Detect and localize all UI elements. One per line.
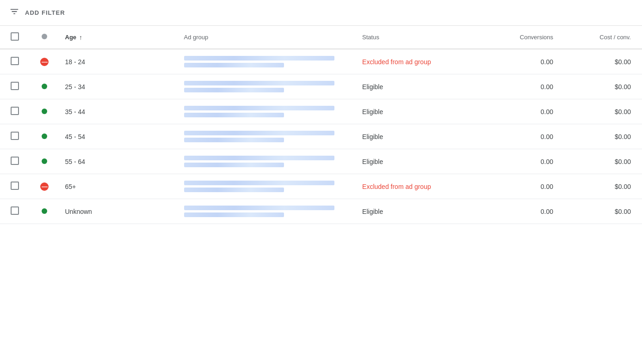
blurred-bar-top [184, 106, 334, 110]
row-adgroup-cell [179, 49, 357, 74]
ad-group-blurred [184, 206, 352, 217]
row-checkbox-cell [0, 74, 30, 99]
row-status-cell: Eligible [357, 99, 475, 124]
row-cost-conv-cell: $0.00 [559, 49, 642, 74]
blurred-bar-bottom [184, 212, 284, 217]
row-age-cell: 25 - 34 [60, 74, 179, 99]
age-value: 55 - 64 [65, 158, 86, 165]
header-adgroup-col[interactable]: Ad group [179, 26, 357, 49]
row-status-cell: Excluded from ad group [357, 49, 475, 74]
cost-conv-value: $0.00 [615, 208, 631, 215]
row-checkbox-cell [0, 149, 30, 174]
row-status-cell: Eligible [357, 124, 475, 149]
row-conversions-cell: 0.00 [475, 149, 559, 174]
status-label: Eligible [362, 108, 383, 115]
table-row: 35 - 44 Eligible 0.00 $0.00 [0, 99, 642, 124]
blurred-bar-top [184, 56, 334, 61]
cost-conv-value: $0.00 [615, 133, 631, 140]
row-age-cell: 45 - 54 [60, 124, 179, 149]
eligible-dot-icon [42, 84, 47, 89]
row-status-cell: Excluded from ad group [357, 174, 475, 199]
table-row: 25 - 34 Eligible 0.00 $0.00 [0, 74, 642, 99]
row-cost-conv-cell: $0.00 [559, 99, 642, 124]
age-table: Age ↑ Ad group Status Conversions Cost /… [0, 26, 642, 224]
header-status-icon-col [30, 26, 59, 49]
row-adgroup-cell [179, 74, 357, 99]
blurred-bar-bottom [184, 163, 284, 167]
header-cost-conv-col[interactable]: Cost / conv. [559, 26, 642, 49]
row-status-cell: Eligible [357, 199, 475, 224]
header-status-col[interactable]: Status [357, 26, 475, 49]
eligible-dot-icon [42, 133, 47, 139]
row-conversions-cell: 0.00 [475, 199, 559, 224]
cost-conv-value: $0.00 [615, 108, 631, 115]
eligible-dot-icon [42, 208, 47, 214]
select-all-checkbox[interactable] [11, 32, 19, 41]
excluded-icon: — [40, 182, 49, 191]
conversions-value: 0.00 [541, 83, 553, 91]
status-label: Excluded from ad group [362, 183, 431, 190]
row-conversions-cell: 0.00 [475, 174, 559, 199]
cost-conv-value: $0.00 [615, 58, 631, 66]
eligible-dot-icon [42, 158, 47, 164]
ad-group-blurred [184, 181, 352, 192]
table-row: — 18 - 24 Excluded from ad group 0.00 $0… [0, 49, 642, 74]
conversions-value: 0.00 [541, 108, 553, 115]
row-adgroup-cell [179, 124, 357, 149]
age-column-label: Age [65, 34, 77, 41]
row-checkbox-cell [0, 199, 30, 224]
ad-group-blurred [184, 81, 352, 92]
row-checkbox[interactable] [11, 157, 19, 165]
blurred-bar-bottom [184, 88, 284, 92]
ad-group-blurred [184, 106, 352, 117]
row-checkbox-cell [0, 124, 30, 149]
age-value: 25 - 34 [65, 83, 86, 91]
row-checkbox[interactable] [11, 206, 19, 215]
add-filter-label[interactable]: ADD FILTER [25, 9, 65, 16]
header-age-col[interactable]: Age ↑ [60, 26, 179, 49]
sort-ascending-icon: ↑ [79, 34, 82, 41]
row-checkbox[interactable] [11, 57, 19, 65]
table-row: 45 - 54 Eligible 0.00 $0.00 [0, 124, 642, 149]
table-row: 55 - 64 Eligible 0.00 $0.00 [0, 149, 642, 174]
table-header-row: Age ↑ Ad group Status Conversions Cost /… [0, 26, 642, 49]
eligible-dot-icon [42, 109, 47, 114]
conversions-value: 0.00 [541, 183, 553, 190]
header-status-dot [42, 34, 47, 39]
header-checkbox-col [0, 26, 30, 49]
cost-conv-value: $0.00 [615, 183, 631, 190]
row-status-icon-cell [30, 199, 59, 224]
row-adgroup-cell [179, 149, 357, 174]
table-row: Unknown Eligible 0.00 $0.00 [0, 199, 642, 224]
conversions-value: 0.00 [541, 133, 553, 140]
row-cost-conv-cell: $0.00 [559, 149, 642, 174]
blurred-bar-top [184, 81, 334, 85]
row-age-cell: Unknown [60, 199, 179, 224]
row-conversions-cell: 0.00 [475, 124, 559, 149]
status-label: Excluded from ad group [362, 58, 431, 66]
row-conversions-cell: 0.00 [475, 99, 559, 124]
filter-icon[interactable] [9, 6, 19, 19]
row-status-icon-cell [30, 74, 59, 99]
row-adgroup-cell [179, 199, 357, 224]
row-checkbox[interactable] [11, 132, 19, 140]
row-adgroup-cell [179, 174, 357, 199]
age-value: 65+ [65, 183, 76, 190]
row-checkbox-cell [0, 99, 30, 124]
row-checkbox[interactable] [11, 182, 19, 190]
row-status-icon-cell: — [30, 174, 59, 199]
header-conversions-col[interactable]: Conversions [475, 26, 559, 49]
excluded-icon: — [40, 58, 49, 66]
row-cost-conv-cell: $0.00 [559, 124, 642, 149]
row-cost-conv-cell: $0.00 [559, 74, 642, 99]
age-value: 35 - 44 [65, 108, 86, 115]
row-checkbox[interactable] [11, 107, 19, 115]
row-status-icon-cell: — [30, 49, 59, 74]
age-value: Unknown [65, 208, 92, 215]
row-status-icon-cell [30, 124, 59, 149]
row-checkbox[interactable] [11, 82, 19, 90]
status-label: Eligible [362, 133, 383, 140]
row-conversions-cell: 0.00 [475, 74, 559, 99]
row-status-icon-cell [30, 99, 59, 124]
row-age-cell: 65+ [60, 174, 179, 199]
